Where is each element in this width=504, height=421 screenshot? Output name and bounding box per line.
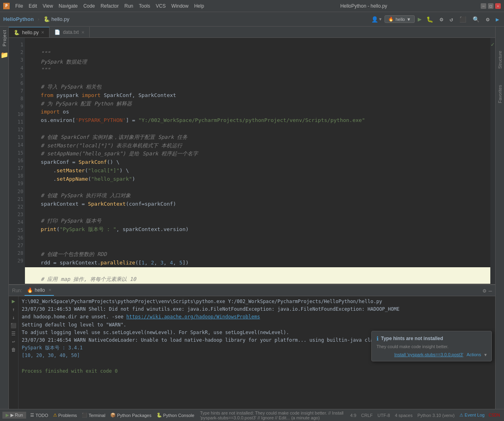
problems-label: Problems (58, 413, 77, 418)
output-cmd-line: Y:\002_WorkSpace\PycharmProjects\pythonP… (22, 298, 492, 305)
plugins-button[interactable]: ▶ (494, 15, 501, 23)
console-label: Python Console (163, 413, 195, 418)
toolbar: HelloPython › 🐍 hello.py 👤 ▼ 🔥 hello ▼ ▶… (0, 12, 504, 27)
avatar-icon[interactable]: 👤 (371, 16, 378, 23)
hint-info-icon: ℹ (376, 335, 379, 342)
menu-vcs[interactable]: VCS (153, 2, 168, 10)
line-numbers: 1234567891011121314151617181920212223242… (9, 38, 25, 284)
debug-button[interactable]: 🐛 (425, 15, 435, 23)
run-play-button[interactable]: ▶ (12, 298, 15, 304)
menu-help[interactable]: Help (192, 2, 207, 10)
problems-icon: ⚠ (53, 413, 57, 418)
tab-data-txt[interactable]: 📄 data.txt ✕ (49, 27, 89, 37)
run-settings-icon[interactable]: ⚙ (483, 287, 486, 294)
run-button-sm[interactable]: ▶ ▶ Run (2, 412, 26, 419)
run-wrap-button[interactable]: ↩ (12, 339, 15, 345)
hint-status-bar: Type hints are not installed: They could… (197, 411, 348, 420)
event-log-button[interactable]: ⚠ Event Log (457, 413, 487, 418)
hint-popup: ℹ Type hints are not installed They coul… (371, 331, 492, 361)
structure-panel-label[interactable]: Structure (498, 51, 502, 69)
problems-button[interactable]: ⚠ Problems (51, 412, 79, 419)
favorites-panel-label[interactable]: Favorites (498, 85, 502, 103)
terminal-label: Terminal (88, 413, 105, 418)
minimize-button[interactable]: — (481, 3, 486, 9)
close-button[interactable]: ✕ (495, 3, 501, 9)
project-panel-label[interactable]: Project (2, 30, 7, 46)
hint-actions: Install 'pyspark-stubs==3.0.0.post3' Act… (376, 352, 487, 357)
terminal-button[interactable]: ⬛ Terminal (79, 412, 108, 419)
coverage-button[interactable]: ⚙ (438, 15, 444, 23)
output-info-1: Setting default log level to "WARN". (22, 321, 492, 329)
console-icon: 🐍 (156, 413, 162, 418)
title-bar: P File Edit View Navigate Code Refactor … (0, 0, 504, 12)
output-warn-1: 23/07/30 21:46:53 WARN Shell: Did not fi… (22, 305, 492, 313)
window-title: HelloPython - hello.py (247, 3, 481, 9)
avatar-dropdown[interactable]: ▼ (379, 17, 381, 21)
output-warn-2: and hadoop.home.dir are unset. -see http… (22, 313, 492, 321)
status-bar: ▶ ▶ Run ☰ TODO ⚠ Problems ⬛ Terminal 📦 P… (0, 409, 504, 421)
run-tab-label: hello (35, 287, 45, 293)
hint-header: ℹ Type hints are not installed (376, 335, 487, 342)
line-ending-indicator[interactable]: CRLF (359, 413, 375, 418)
menu-tools[interactable]: Tools (136, 2, 152, 10)
rerun-button[interactable]: ↺ (448, 15, 455, 23)
stop-button[interactable]: ⬛ (458, 15, 468, 23)
menu-view[interactable]: View (40, 2, 56, 10)
tab-data-close[interactable]: ✕ (81, 30, 84, 35)
run-filter-button[interactable]: ☰ (11, 331, 16, 336)
encoding-indicator[interactable]: UTF-8 (375, 413, 393, 418)
menu-navigate[interactable]: Navigate (56, 2, 80, 10)
menu-code[interactable]: Code (81, 2, 97, 10)
tab-hello-close[interactable]: ✕ (41, 30, 44, 35)
run-trash-button[interactable]: 🗑 (11, 347, 16, 353)
todo-label: TODO (35, 413, 48, 418)
right-sidebar: Structure Favorites (495, 27, 504, 409)
run-stop-button[interactable]: ⬛ (10, 323, 16, 328)
run-up-button[interactable]: ↑ (12, 307, 15, 312)
settings-button[interactable]: ⚙ (484, 15, 491, 23)
run-panel-label: Run: (12, 288, 22, 293)
project-name[interactable]: HelloPython (3, 16, 34, 22)
code-content[interactable]: """ PySpark 数据处理 """ # 导入 PySpark 相关包 fr… (25, 38, 490, 284)
menu-window[interactable]: Window (169, 2, 191, 10)
run-config-button[interactable]: 🔥 hello ▼ (385, 15, 414, 23)
console-button[interactable]: 🐍 Python Console (154, 412, 197, 419)
project-sidebar[interactable]: Project 📁 (0, 27, 9, 409)
run-sm-label: ▶ Run (10, 413, 23, 418)
packages-label: Python Packages (117, 413, 152, 418)
menu-refactor[interactable]: Refactor (98, 2, 121, 10)
tab-python-icon: 🐍 (14, 30, 20, 35)
hadoop-link[interactable]: https://wiki.apache.org/hadoop/WindowsPr… (126, 314, 260, 320)
hint-actions-link[interactable]: Actions (467, 352, 481, 357)
editor-tabs: 🐍 hello.py ✕ 📄 data.txt ✕ (9, 27, 495, 38)
run-tab-close[interactable]: ✕ (48, 288, 51, 292)
menu-file[interactable]: File (13, 2, 25, 10)
tab-data-label: data.txt (63, 29, 78, 35)
menu-run[interactable]: Run (122, 2, 136, 10)
run-tab-icon: 🔥 (27, 287, 33, 293)
run-down-button[interactable]: ↓ (12, 315, 15, 320)
run-config-icon: 🔥 (388, 17, 394, 22)
indent-indicator[interactable]: 4 spaces (393, 413, 415, 418)
app-logo: P (3, 3, 10, 9)
python-version-indicator[interactable]: Python 3.10 (venv) (415, 413, 457, 418)
breadcrumb-separator: › (37, 16, 40, 22)
tab-hello-py[interactable]: 🐍 hello.py ✕ (9, 27, 49, 37)
menu-bar: File Edit View Navigate Code Refactor Ru… (13, 2, 247, 10)
todo-button[interactable]: ☰ TODO (28, 412, 51, 419)
maximize-button[interactable]: □ (488, 3, 494, 9)
project-folder-icon[interactable]: 📁 (0, 51, 8, 59)
run-minimize-icon[interactable]: — (489, 287, 492, 294)
run-panel-tab[interactable]: 🔥 hello ✕ (25, 285, 53, 296)
menu-edit[interactable]: Edit (26, 2, 39, 10)
packages-button[interactable]: 📦 Python Packages (108, 412, 154, 419)
run-panel-header: Run: 🔥 hello ✕ ⚙ — (9, 285, 495, 296)
hint-status-text: Type hints are not installed: They could… (200, 411, 344, 420)
hint-body: They could make code insight better. (376, 344, 487, 349)
hint-install-link[interactable]: Install 'pyspark-stubs==3.0.0.post3' (394, 352, 463, 357)
run-action-buttons: ▶ ↑ ↓ ⬛ ☰ ↩ 🗑 (9, 296, 19, 409)
tab-txt-icon: 📄 (54, 29, 60, 35)
run-button[interactable]: ▶ (418, 15, 422, 23)
packages-icon: 📦 (110, 413, 116, 418)
search-button[interactable]: 🔍 (471, 15, 481, 23)
